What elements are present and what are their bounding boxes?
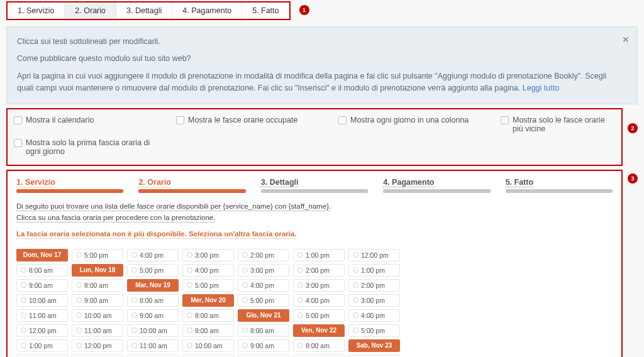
step-pagamento[interactable]: 4. Pagamento bbox=[383, 177, 490, 193]
time-slot[interactable]: 4:00 pm bbox=[182, 264, 234, 277]
time-slot[interactable]: 11:00 am bbox=[72, 324, 123, 337]
time-slot[interactable]: 10:00 am bbox=[72, 309, 123, 322]
checkbox-icon bbox=[338, 116, 347, 124]
radio-icon bbox=[131, 267, 137, 273]
time-slot[interactable]: 9:00 am bbox=[127, 309, 179, 322]
time-slot[interactable]: 9:00 am bbox=[238, 339, 289, 352]
slot-time: 1:00 pm bbox=[361, 266, 385, 274]
tab-dettagli[interactable]: 3. Dettagli bbox=[116, 3, 172, 19]
time-slot[interactable]: 8:00 am bbox=[348, 354, 400, 357]
slot-column: 3:00 pm4:00 pm5:00 pmMer, Nov 208:00 am9… bbox=[182, 249, 234, 357]
slot-time: 10:00 am bbox=[84, 312, 112, 319]
radio-icon bbox=[187, 267, 192, 273]
radio-icon bbox=[131, 343, 137, 348]
time-slot[interactable]: 11:00 am bbox=[127, 339, 179, 352]
time-slot[interactable]: 3:00 pm bbox=[348, 294, 400, 307]
time-slot[interactable]: 8:00 am bbox=[127, 294, 179, 307]
radio-icon bbox=[131, 312, 137, 318]
time-slot[interactable]: 1:00 pm bbox=[72, 354, 123, 357]
opt-first-slot-only[interactable]: Mostra solo la prima fascia oraria di og… bbox=[14, 138, 152, 156]
slot-time: 4:00 pm bbox=[250, 282, 274, 289]
time-slot[interactable]: 2:00 pm bbox=[238, 249, 289, 261]
opt-show-calendar[interactable]: Mostra il calendario bbox=[14, 116, 165, 133]
time-slot[interactable]: 10:00 am bbox=[16, 294, 68, 307]
radio-icon bbox=[76, 312, 82, 318]
slot-time: 11:00 am bbox=[29, 312, 57, 319]
time-slot[interactable]: 9:00 am bbox=[182, 324, 234, 337]
slot-column: 1:00 pm2:00 pm3:00 pm4:00 pm5:00 pmVen, … bbox=[293, 249, 345, 357]
time-slot[interactable]: 5:00 pm bbox=[182, 279, 234, 292]
time-slot[interactable]: 2:00 pm bbox=[16, 354, 68, 357]
step-orario[interactable]: 2. Orario bbox=[138, 177, 245, 193]
time-slot[interactable]: 9:00 am bbox=[16, 279, 68, 292]
read-more-link[interactable]: Leggi tutto bbox=[523, 84, 559, 92]
time-slot[interactable]: 4:00 pm bbox=[238, 279, 289, 292]
time-slot[interactable]: 9:00 am bbox=[293, 354, 345, 357]
step-servizio[interactable]: 1. Servizio bbox=[16, 177, 123, 193]
radio-icon bbox=[242, 252, 248, 258]
time-slot[interactable]: 12:00 pm bbox=[72, 339, 123, 352]
time-slot[interactable]: 8:00 am bbox=[182, 309, 234, 322]
slot-column: 2:00 pm3:00 pm4:00 pm5:00 pmGio, Nov 218… bbox=[238, 249, 289, 357]
time-slot[interactable]: 10:00 am bbox=[182, 339, 234, 352]
opt-nearest-only[interactable]: Mostra solo le fasce orarie più vicine bbox=[501, 116, 615, 133]
checkbox-icon bbox=[14, 116, 22, 124]
time-slot[interactable]: 10:00 am bbox=[127, 324, 179, 337]
time-slot[interactable]: 5:00 pm bbox=[238, 294, 289, 307]
tab-fatto[interactable]: 5. Fatto bbox=[242, 3, 289, 19]
display-options: Mostra il calendario Mostra le fasce ora… bbox=[6, 108, 623, 166]
time-slot[interactable]: 8:00 am bbox=[16, 264, 68, 277]
helper-warning[interactable]: La fascia oraria selezionata non è più d… bbox=[16, 228, 297, 239]
checkbox-icon bbox=[14, 139, 22, 147]
time-slot[interactable]: 2:00 pm bbox=[348, 279, 400, 292]
time-slot[interactable]: 12:00 pm bbox=[348, 249, 400, 261]
slot-time: 4:00 pm bbox=[195, 266, 219, 274]
slot-time: 4:00 pm bbox=[361, 312, 385, 319]
callout-marker-1: 1 bbox=[299, 5, 309, 15]
form-preview: 1. Servizio 2. Orario 3. Dettagli 4. Pag… bbox=[6, 170, 623, 358]
time-slot[interactable]: 8:00 am bbox=[72, 279, 123, 292]
time-slot[interactable]: 10:00 am bbox=[238, 354, 289, 357]
time-slot[interactable]: 9:00 am bbox=[72, 294, 123, 307]
time-slot[interactable]: 4:00 pm bbox=[127, 249, 179, 261]
helper-line-2[interactable]: Clicca su una fascia oraria per proceder… bbox=[16, 214, 215, 221]
radio-icon bbox=[353, 312, 358, 318]
time-slot[interactable]: 4:00 pm bbox=[348, 309, 400, 322]
time-slot[interactable]: 8:00 am bbox=[238, 324, 289, 337]
time-slot[interactable]: 5:00 pm bbox=[127, 264, 179, 277]
step-fatto[interactable]: 5. Fatto bbox=[506, 177, 613, 193]
time-slot[interactable]: 3:00 pm bbox=[293, 279, 345, 292]
tab-servizio[interactable]: 1. Servizio bbox=[8, 3, 65, 19]
time-slot[interactable]: 8:00 am bbox=[293, 339, 345, 352]
slot-time: 5:00 pm bbox=[195, 282, 219, 289]
slot-time: 8:00 am bbox=[84, 282, 108, 289]
time-slot[interactable]: 4:00 pm bbox=[293, 294, 345, 307]
time-slot[interactable]: 3:00 pm bbox=[238, 264, 289, 277]
time-slot[interactable]: 12:00 pm bbox=[127, 354, 179, 357]
time-slot[interactable]: 1:00 pm bbox=[348, 264, 400, 277]
time-slot[interactable]: 5:00 pm bbox=[348, 324, 400, 337]
slot-time: 3:00 pm bbox=[361, 297, 385, 304]
opt-show-busy[interactable]: Mostra le fasce orarie occupate bbox=[176, 116, 327, 133]
slot-time: 5:00 pm bbox=[84, 251, 108, 259]
radio-icon bbox=[297, 312, 303, 318]
time-slot[interactable]: 11:00 am bbox=[16, 309, 68, 322]
slot-time: 5:00 pm bbox=[361, 327, 385, 334]
slot-time: 11:00 am bbox=[140, 342, 167, 349]
close-icon[interactable]: ✕ bbox=[622, 33, 630, 47]
time-slot[interactable]: 5:00 pm bbox=[293, 309, 345, 322]
time-slot[interactable]: 1:00 pm bbox=[293, 249, 345, 261]
time-slot[interactable]: 3:00 pm bbox=[182, 249, 234, 261]
time-slot[interactable]: 12:00 pm bbox=[16, 324, 68, 337]
time-slot[interactable]: 5:00 pm bbox=[72, 249, 123, 261]
time-slot[interactable]: 11:00 am bbox=[182, 354, 234, 357]
tab-orario[interactable]: 2. Orario bbox=[65, 3, 116, 19]
wizard-tabs: 1. Servizio 2. Orario 3. Dettagli 4. Pag… bbox=[6, 1, 291, 20]
slot-column: 12:00 pm1:00 pm2:00 pm3:00 pm4:00 pm5:00… bbox=[348, 249, 400, 357]
step-dettagli[interactable]: 3. Dettagli bbox=[261, 177, 368, 193]
opt-day-per-column[interactable]: Mostra ogni giorno in una colonna bbox=[338, 116, 489, 133]
helper-line-1[interactable]: Di seguito puoi trovare una lista delle … bbox=[16, 202, 331, 210]
time-slot[interactable]: 2:00 pm bbox=[293, 264, 345, 277]
tab-pagamento[interactable]: 4. Pagamento bbox=[172, 3, 242, 19]
time-slot[interactable]: 1:00 pm bbox=[16, 339, 68, 352]
